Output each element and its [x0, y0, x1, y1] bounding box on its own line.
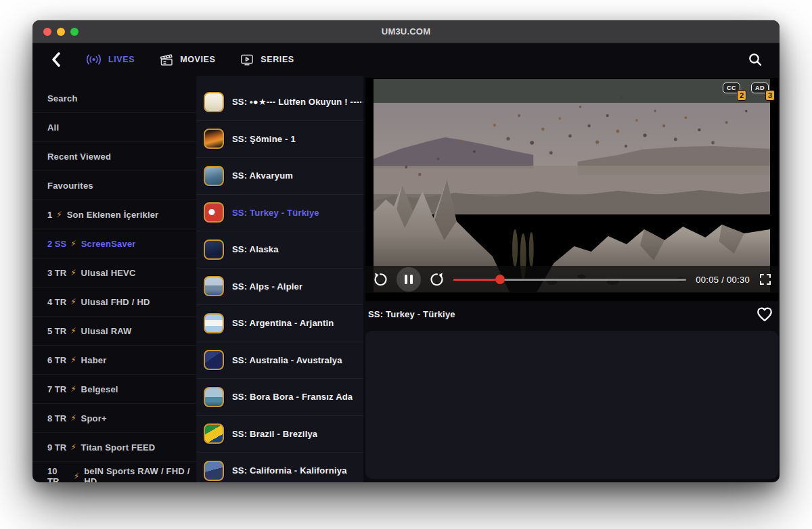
zoom-window-button[interactable] — [70, 28, 78, 36]
audio-tracks-badge[interactable]: AD 3 — [751, 83, 769, 93]
subtitles-badge[interactable]: CC 2 — [723, 83, 740, 93]
bolt-icon: ⚡ — [70, 413, 76, 423]
category-prefix: 6 TR — [47, 355, 66, 365]
category-prefix: 1 — [47, 210, 52, 220]
category-prefix: 4 TR — [47, 297, 66, 307]
broadcast-icon — [85, 53, 102, 66]
sidebar-item-all[interactable]: All — [32, 113, 196, 142]
category-label: Son Eklenen İçerikler — [67, 210, 159, 220]
ad-count: 3 — [765, 90, 775, 101]
category-prefix: 7 TR — [47, 384, 66, 394]
forward-button[interactable] — [429, 271, 445, 288]
channel-logo — [204, 92, 224, 112]
sidebar-item-favourites[interactable]: Favourites — [32, 171, 196, 200]
category-prefix: 2 SS — [47, 239, 66, 249]
sidebar-item-son-eklenen[interactable]: 1 ⚡ Son Eklenen İçerikler — [32, 200, 196, 229]
channel-row[interactable]: SS: Alps - Alpler — [196, 269, 363, 306]
pause-button[interactable] — [397, 267, 421, 292]
rewind-button[interactable] — [372, 271, 388, 288]
minimize-window-button[interactable] — [57, 28, 65, 36]
now-playing-title: SS: Turkey - Türkiye — [368, 309, 455, 319]
sidebar-item-haber[interactable]: 6 TR ⚡ Haber — [32, 346, 196, 375]
channel-row[interactable]: SS: Brazil - Brezilya — [196, 416, 363, 453]
category-sidebar: Search All Recent Viewed Favourites — [32, 76, 196, 482]
category-prefix: 9 TR — [47, 442, 66, 453]
heart-icon — [756, 306, 773, 322]
tab-lives-label: LIVES — [108, 55, 135, 64]
favourite-button[interactable] — [755, 305, 774, 323]
sidebar-item-search[interactable]: Search — [32, 84, 196, 113]
seek-bar[interactable] — [453, 279, 686, 281]
channel-logo — [204, 350, 224, 370]
bolt-icon: ⚡ — [70, 384, 76, 394]
sidebar-item-screensaver[interactable]: 2 SS ⚡ ScreenSaver — [32, 229, 196, 258]
tab-movies[interactable]: MOVIES — [159, 53, 215, 66]
channel-name: SS: Akvaryum — [232, 170, 293, 181]
channel-logo — [204, 202, 224, 223]
channel-logo — [204, 276, 224, 296]
video-player[interactable]: CC 2 AD 3 — [365, 78, 778, 301]
window-controls — [43, 28, 78, 36]
close-window-button[interactable] — [43, 28, 51, 36]
navbar: LIVES MOVIES — [32, 43, 780, 76]
sidebar-item-spor[interactable]: 8 TR ⚡ Spor+ — [32, 404, 196, 433]
channel-logo — [204, 387, 224, 407]
bolt-icon: ⚡ — [70, 239, 76, 248]
clapperboard-icon — [159, 53, 174, 66]
channel-row-selected[interactable]: SS: Turkey - Türkiye — [196, 195, 363, 232]
category-label: Ulusal RAW — [81, 326, 132, 336]
channel-row[interactable]: SS: Argentina - Arjantin — [196, 305, 363, 342]
seek-bar-fill — [453, 279, 500, 281]
channel-name: SS: Şömine - 1 — [232, 134, 296, 144]
channel-row[interactable]: SS: •●★--- Lütfen Okuyun ! ---··· — [196, 84, 363, 121]
category-prefix: 5 TR — [47, 326, 66, 336]
category-prefix: 3 TR — [47, 268, 66, 278]
channel-row[interactable]: SS: California - Kaliforniya — [196, 453, 363, 482]
sidebar-item-recent-viewed[interactable]: Recent Viewed — [32, 142, 196, 171]
cc-count: 2 — [737, 90, 746, 101]
now-playing-row: SS: Turkey - Türkiye — [365, 304, 778, 323]
bolt-icon: ⚡ — [70, 297, 76, 306]
desktop: UM3U.COM — [0, 0, 812, 529]
sidebar-item-belgesel[interactable]: 7 TR ⚡ Belgesel — [32, 375, 196, 404]
category-label: Haber — [81, 355, 107, 365]
tab-lives[interactable]: LIVES — [85, 53, 135, 66]
category-prefix: 10 TR — [47, 466, 70, 482]
bolt-icon: ⚡ — [70, 326, 76, 336]
window-title: UM3U.COM — [382, 26, 430, 37]
category-label: Belgesel — [81, 384, 118, 394]
cappadocia-scene — [374, 79, 770, 292]
bolt-icon: ⚡ — [70, 355, 76, 365]
channel-row[interactable]: SS: Şömine - 1 — [196, 121, 363, 158]
player-controls: 00:05 / 00:30 — [365, 266, 778, 293]
search-button[interactable] — [746, 50, 765, 69]
channel-logo — [204, 423, 224, 444]
sidebar-item-ulusal-raw[interactable]: 5 TR ⚡ Ulusal RAW — [32, 317, 196, 346]
track-badges: CC 2 AD 3 — [723, 83, 769, 93]
channel-logo — [204, 166, 224, 186]
category-label: Ulusal FHD / HD — [81, 297, 150, 307]
channel-row[interactable]: SS: Australia - Avustralya — [196, 342, 363, 380]
channel-name: SS: Australia - Avustralya — [232, 355, 342, 365]
monitor-play-icon — [240, 53, 254, 66]
sidebar-item-bein-sports[interactable]: 10 TR ⚡ beIN Sports RAW / FHD / HD — [32, 462, 196, 482]
category-label: All — [47, 122, 59, 133]
category-label: ScreenSaver — [81, 239, 136, 249]
tab-series[interactable]: SERIES — [240, 53, 294, 66]
sidebar-item-ulusal-hevc[interactable]: 3 TR ⚡ Ulusal HEVC — [32, 258, 196, 288]
back-button[interactable] — [47, 51, 65, 68]
sidebar-item-ulusal-fhd[interactable]: 4 TR ⚡ Ulusal FHD / HD — [32, 288, 196, 317]
seek-bar-thumb[interactable] — [495, 275, 505, 284]
fullscreen-icon — [759, 273, 771, 285]
channel-row[interactable]: SS: Bora Bora - Fransız Ada — [196, 379, 363, 416]
channel-logo — [204, 129, 224, 149]
time-display: 00:05 / 00:30 — [696, 275, 750, 285]
tab-series-label: SERIES — [261, 55, 294, 64]
search-icon — [748, 52, 763, 67]
fullscreen-button[interactable] — [759, 273, 771, 285]
channel-row[interactable]: SS: Akvaryum — [196, 158, 363, 195]
sidebar-item-titan-sport[interactable]: 9 TR ⚡ Titan Sport FEED — [32, 433, 196, 462]
channel-row[interactable]: SS: Alaska — [196, 231, 363, 269]
app-window: UM3U.COM — [32, 20, 780, 482]
category-label: Titan Sport FEED — [81, 442, 156, 453]
